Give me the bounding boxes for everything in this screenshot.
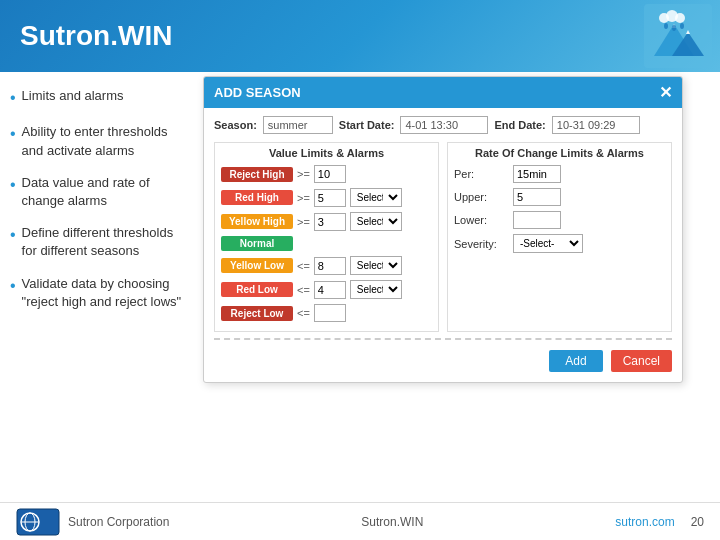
cancel-button[interactable]: Cancel xyxy=(611,350,672,372)
red-low-badge: Red Low xyxy=(221,282,293,297)
sidebar-item-label: Data value and rate of change alarms xyxy=(22,174,185,210)
alarm-row-yellow-high: Yellow High >= Select xyxy=(221,212,432,231)
svg-point-8 xyxy=(664,23,668,29)
season-input[interactable] xyxy=(263,116,333,134)
sidebar-item-ability-enter: • Ability to enter thresholds and activa… xyxy=(10,123,185,159)
bullet-icon: • xyxy=(10,123,16,145)
sidebar-item-label: Ability to enter thresholds and activate… xyxy=(22,123,185,159)
footer-product: Sutron.WIN xyxy=(361,515,423,529)
sidebar-item-validate-data: • Validate data by choosing "reject high… xyxy=(10,275,185,311)
roc-upper-input[interactable] xyxy=(513,188,561,206)
end-date-label: End Date: xyxy=(494,119,545,131)
add-button[interactable]: Add xyxy=(549,350,602,372)
bullet-icon: • xyxy=(10,224,16,246)
alarm-row-red-high: Red High >= Select xyxy=(221,188,432,207)
footer-company: Sutron Corporation xyxy=(68,515,169,529)
dialog-area: ADD SEASON ✕ Season: Start Date: End Dat… xyxy=(195,72,720,502)
yellow-high-input[interactable] xyxy=(314,213,346,231)
app-title: Sutron.WIN xyxy=(20,20,172,52)
normal-badge: Normal xyxy=(221,236,293,251)
value-limits-title: Value Limits & Alarms xyxy=(221,147,432,159)
alarm-row-red-low: Red Low <= Select xyxy=(221,280,432,299)
roc-lower-input[interactable] xyxy=(513,211,561,229)
red-low-select[interactable]: Select xyxy=(350,280,402,299)
sidebar-item-label: Define different thresholds for differen… xyxy=(22,224,185,260)
roc-lower-label: Lower: xyxy=(454,214,509,226)
sidebar-item-define-different: • Define different thresholds for differ… xyxy=(10,224,185,260)
footer: Sutron Corporation Sutron.WIN sutron.com… xyxy=(0,502,720,540)
reject-high-input[interactable] xyxy=(314,165,346,183)
arrow-red-high: >= xyxy=(297,192,310,204)
bullet-icon: • xyxy=(10,174,16,196)
arrow-reject-low: <= xyxy=(297,307,310,319)
roc-upper-label: Upper: xyxy=(454,191,509,203)
yellow-low-input[interactable] xyxy=(314,257,346,275)
dialog-header: ADD SEASON ✕ xyxy=(204,77,682,108)
red-high-select[interactable]: Select xyxy=(350,188,402,207)
divider xyxy=(214,338,672,340)
add-season-dialog: ADD SEASON ✕ Season: Start Date: End Dat… xyxy=(203,76,683,383)
yellow-low-badge: Yellow Low xyxy=(221,258,293,273)
roc-title: Rate Of Change Limits & Alarms xyxy=(454,147,665,159)
roc-per-row: Per: xyxy=(454,165,665,183)
sidebar: • Limits and alarms • Ability to enter t… xyxy=(0,72,195,502)
yellow-low-select[interactable]: Select xyxy=(350,256,402,275)
sidebar-item-label: Limits and alarms xyxy=(22,87,124,105)
roc-per-label: Per: xyxy=(454,168,509,180)
close-icon[interactable]: ✕ xyxy=(659,83,672,102)
season-field-label: Season: xyxy=(214,119,257,131)
svg-point-7 xyxy=(675,13,685,23)
arrow-red-low: <= xyxy=(297,284,310,296)
alarm-row-reject-low: Reject Low <= xyxy=(221,304,432,322)
reject-high-badge: Reject High xyxy=(221,167,293,182)
dialog-body: Season: Start Date: End Date: Value Limi… xyxy=(204,108,682,382)
svg-point-10 xyxy=(680,23,684,29)
bullet-icon: • xyxy=(10,275,16,297)
bullet-icon: • xyxy=(10,87,16,109)
roc-severity-label: Severity: xyxy=(454,238,509,250)
sidebar-item-data-value: • Data value and rate of change alarms xyxy=(10,174,185,210)
footer-website[interactable]: sutron.com xyxy=(615,515,674,529)
sidebar-item-limits-alarms: • Limits and alarms xyxy=(10,87,185,109)
reject-low-badge: Reject Low xyxy=(221,306,293,321)
arrow-yellow-low: <= xyxy=(297,260,310,272)
start-date-label: Start Date: xyxy=(339,119,395,131)
value-limits-section: Value Limits & Alarms Reject High >= Red… xyxy=(214,142,439,332)
red-low-input[interactable] xyxy=(314,281,346,299)
svg-point-9 xyxy=(672,25,676,31)
two-col-section: Value Limits & Alarms Reject High >= Red… xyxy=(214,142,672,332)
rate-of-change-section: Rate Of Change Limits & Alarms Per: Uppe… xyxy=(447,142,672,332)
alarm-row-normal: Normal xyxy=(221,236,432,251)
red-high-input[interactable] xyxy=(314,189,346,207)
yellow-high-select[interactable]: Select xyxy=(350,212,402,231)
dialog-buttons: Add Cancel xyxy=(214,346,672,374)
red-high-badge: Red High xyxy=(221,190,293,205)
header: Sutron.WIN xyxy=(0,0,720,72)
footer-page: 20 xyxy=(691,515,704,529)
roc-per-input[interactable] xyxy=(513,165,561,183)
roc-severity-select[interactable]: -Select- xyxy=(513,234,583,253)
main-content: • Limits and alarms • Ability to enter t… xyxy=(0,72,720,502)
yellow-high-badge: Yellow High xyxy=(221,214,293,229)
roc-severity-row: Severity: -Select- xyxy=(454,234,665,253)
season-row: Season: Start Date: End Date: xyxy=(214,116,672,134)
end-date-input[interactable] xyxy=(552,116,640,134)
start-date-input[interactable] xyxy=(400,116,488,134)
roc-upper-row: Upper: xyxy=(454,188,665,206)
alarm-row-yellow-low: Yellow Low <= Select xyxy=(221,256,432,275)
sutron-logo xyxy=(16,508,60,536)
reject-low-input[interactable] xyxy=(314,304,346,322)
arrow-yellow-high: >= xyxy=(297,216,310,228)
dialog-title: ADD SEASON xyxy=(214,85,301,100)
roc-lower-row: Lower: xyxy=(454,211,665,229)
alarm-row-reject-high: Reject High >= xyxy=(221,165,432,183)
sidebar-item-label: Validate data by choosing "reject high a… xyxy=(22,275,185,311)
arrow-reject-high: >= xyxy=(297,168,310,180)
header-logo-icon xyxy=(644,4,712,72)
